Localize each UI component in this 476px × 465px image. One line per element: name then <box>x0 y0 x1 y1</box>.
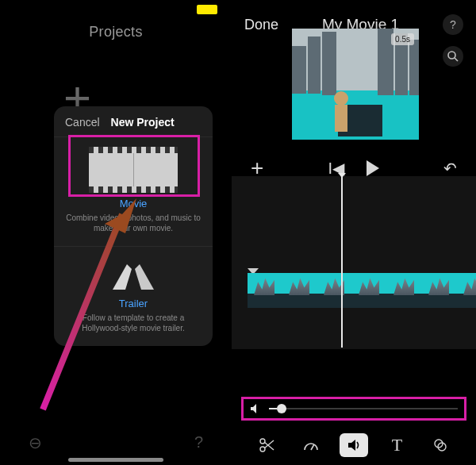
play-button[interactable] <box>367 160 379 176</box>
svg-line-20 <box>264 442 274 450</box>
svg-marker-0 <box>113 264 132 290</box>
editor-screen: Done My Movie 1 ? 0.5s + I◀ <box>232 0 476 465</box>
video-preview[interactable]: 0.5s <box>292 29 419 140</box>
svg-marker-23 <box>348 440 355 451</box>
svg-rect-9 <box>308 37 321 94</box>
clip-thumb[interactable] <box>248 273 282 308</box>
zoom-button[interactable] <box>443 46 463 67</box>
svg-point-4 <box>448 52 455 59</box>
clip-thumb[interactable] <box>352 273 387 308</box>
new-project-title: New Project <box>111 116 175 129</box>
clip-thumb[interactable] <box>317 273 352 308</box>
text-tool[interactable]: T <box>382 433 411 457</box>
svg-line-5 <box>455 58 458 61</box>
movie-option[interactable]: Movie Combine videos, photos, and music … <box>54 136 213 246</box>
svg-marker-17 <box>251 404 256 413</box>
playhead[interactable] <box>341 176 343 348</box>
trailer-option-desc: Follow a template to create a Hollywood-… <box>62 313 205 333</box>
svg-rect-8 <box>292 46 306 94</box>
clip-thumb[interactable] <box>422 273 457 308</box>
projects-screen: Projects + Cancel New Project Movie Comb… <box>0 0 232 465</box>
filmstrip-icon <box>89 147 178 193</box>
volume-control[interactable] <box>241 397 466 421</box>
svg-rect-13 <box>409 40 419 95</box>
cancel-button[interactable]: Cancel <box>65 116 100 129</box>
svg-marker-1 <box>135 264 154 290</box>
new-project-modal: Cancel New Project Movie Combine videos,… <box>54 106 213 346</box>
tool-row: T <box>232 433 476 457</box>
audio-tool[interactable] <box>340 433 368 457</box>
svg-point-19 <box>260 439 265 444</box>
minus-circle-icon[interactable]: ⊖ <box>29 433 42 452</box>
speed-tool[interactable] <box>297 433 325 457</box>
movie-option-label: Movie <box>62 198 205 209</box>
projects-title: Projects <box>0 24 232 40</box>
home-indicator <box>68 458 163 462</box>
svg-rect-16 <box>335 105 347 132</box>
trailer-option-label: Trailer <box>62 298 205 309</box>
svg-point-18 <box>260 447 265 452</box>
timestamp-badge: 0.5s <box>391 33 414 45</box>
svg-line-21 <box>264 440 274 448</box>
svg-line-22 <box>311 444 314 450</box>
movie-option-desc: Combine videos, photos, and music to mak… <box>62 213 205 233</box>
speaker-icon <box>250 403 261 414</box>
clip-thumb[interactable] <box>457 273 476 308</box>
clip-strip[interactable] <box>248 273 476 308</box>
split-tool[interactable] <box>253 433 282 457</box>
status-pill <box>197 5 217 14</box>
volume-slider-knob[interactable] <box>277 404 286 413</box>
filters-tool[interactable] <box>426 433 455 457</box>
help-circle-icon[interactable]: ? <box>194 433 203 452</box>
help-button[interactable]: ? <box>443 14 463 35</box>
done-button[interactable]: Done <box>244 17 278 33</box>
undo-button[interactable]: ↶ <box>443 159 457 178</box>
svg-point-15 <box>334 91 348 106</box>
clip-thumb[interactable] <box>387 273 422 308</box>
timeline-area[interactable] <box>232 176 476 349</box>
trailer-option[interactable]: Trailer Follow a template to create a Ho… <box>54 246 213 346</box>
clip-thumb[interactable] <box>282 273 317 308</box>
trailer-icon <box>108 261 159 293</box>
volume-slider-track[interactable] <box>269 408 458 409</box>
svg-rect-10 <box>322 32 336 95</box>
